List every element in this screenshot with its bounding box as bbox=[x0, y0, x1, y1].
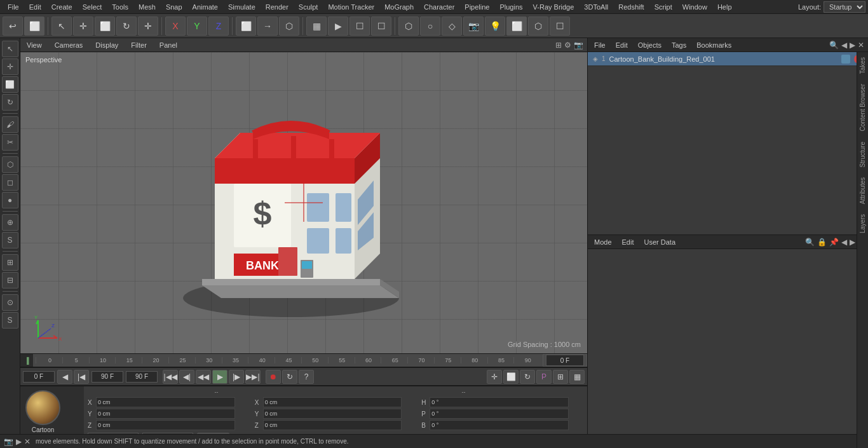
menu-mesh[interactable]: Mesh bbox=[133, 2, 161, 12]
next-frame-button[interactable]: |▶ bbox=[229, 370, 244, 384]
frame-back-btn[interactable]: ◀ bbox=[57, 370, 72, 384]
render-to-picture-viewer-button[interactable]: ☐ bbox=[371, 17, 391, 36]
coord-y-input[interactable] bbox=[96, 409, 235, 419]
timeline-current-frame[interactable] bbox=[543, 354, 587, 367]
move-tool-button[interactable]: ✛ bbox=[73, 17, 93, 36]
attr-menu-userdata[interactable]: User Data bbox=[642, 237, 679, 247]
vtab-structure[interactable]: Structure bbox=[858, 137, 867, 173]
rotate-playback-btn[interactable]: ↻ bbox=[520, 370, 535, 384]
tool-snap[interactable]: ⊕ bbox=[2, 214, 18, 231]
spline-button[interactable]: → bbox=[257, 17, 278, 36]
menu-character[interactable]: Character bbox=[419, 2, 459, 12]
layout-dropdown[interactable]: Startup bbox=[824, 1, 865, 13]
rotate-tool-button[interactable]: ↻ bbox=[116, 17, 137, 36]
prev-frame-button[interactable]: ◀| bbox=[179, 370, 194, 384]
z-axis-button[interactable]: Z bbox=[208, 17, 229, 36]
dope-sheet-btn[interactable]: ▦ bbox=[569, 370, 585, 384]
tool-live-selection[interactable]: ↖ bbox=[2, 41, 18, 57]
attr-forward-icon[interactable]: ▶ bbox=[850, 238, 855, 247]
om-close-icon[interactable]: ✕ bbox=[858, 41, 864, 50]
redo-button[interactable]: ⬜ bbox=[24, 17, 44, 36]
floor-button[interactable]: ⬜ bbox=[506, 17, 527, 36]
menu-file[interactable]: File bbox=[3, 2, 24, 12]
menu-create[interactable]: Create bbox=[46, 2, 78, 12]
tool-magnet[interactable]: S bbox=[2, 232, 18, 248]
play-back-button[interactable]: ◀◀ bbox=[196, 370, 211, 384]
menu-select[interactable]: Select bbox=[78, 2, 107, 12]
status-icon-camera[interactable]: 📷 bbox=[4, 437, 13, 446]
object-row-0[interactable]: ◈ 1 Cartoon_Bank_Building_Red_001 bbox=[588, 52, 868, 66]
object-button[interactable]: ⬜ bbox=[236, 17, 256, 36]
record-button[interactable]: ⏺ bbox=[266, 370, 281, 384]
material-ball[interactable] bbox=[25, 390, 60, 425]
viewport-canvas[interactable]: Perspective bbox=[20, 52, 587, 353]
undo-button[interactable]: ↩ bbox=[3, 17, 23, 36]
coord-x-input[interactable] bbox=[96, 397, 235, 407]
tool-workplane[interactable]: ⊞ bbox=[2, 254, 18, 271]
render-view-button[interactable]: ▶ bbox=[328, 17, 348, 36]
viewport-icon-camera[interactable]: 📷 bbox=[574, 41, 583, 50]
tool-point[interactable]: ● bbox=[2, 192, 18, 208]
viewport-icon-settings[interactable]: ⚙ bbox=[564, 41, 571, 50]
vtab-content-browser[interactable]: Content Browser bbox=[858, 79, 867, 136]
render-region-button[interactable]: ▦ bbox=[306, 17, 327, 36]
tool-rotate[interactable]: ↻ bbox=[2, 94, 18, 111]
tool-extra2[interactable]: S bbox=[2, 312, 18, 329]
scale-playback-btn[interactable]: ⬜ bbox=[503, 370, 519, 384]
keyframe-btn[interactable]: ⊞ bbox=[553, 370, 568, 384]
om-back-icon[interactable]: ◀ bbox=[841, 41, 847, 50]
om-menu-file[interactable]: File bbox=[592, 40, 608, 50]
menu-mograph[interactable]: MoGraph bbox=[379, 2, 419, 12]
attr-pin-icon[interactable]: 📌 bbox=[829, 238, 839, 247]
x-axis-button[interactable]: X bbox=[165, 17, 186, 36]
coord-y-size-input[interactable] bbox=[263, 409, 402, 419]
select-tool-button[interactable]: ↖ bbox=[51, 17, 72, 36]
boole-button[interactable]: ⬡ bbox=[528, 17, 548, 36]
menu-redshift[interactable]: Redshift bbox=[613, 2, 649, 12]
attr-menu-mode[interactable]: Mode bbox=[592, 237, 614, 247]
render-settings-button[interactable]: ☐ bbox=[349, 17, 370, 36]
tool-scale[interactable]: ⬜ bbox=[2, 76, 18, 93]
frame-step-back-btn[interactable]: |◀ bbox=[74, 370, 89, 384]
menu-vray-bridge[interactable]: V-Ray Bridge bbox=[528, 2, 580, 12]
menu-edit[interactable]: Edit bbox=[24, 2, 46, 12]
menu-motion-tracker[interactable]: Motion Tracker bbox=[323, 2, 379, 12]
preview-end-input[interactable] bbox=[126, 371, 158, 383]
status-icon-close[interactable]: ✕ bbox=[24, 437, 31, 446]
cube-button[interactable]: ⬡ bbox=[398, 17, 419, 36]
menu-simulate[interactable]: Simulate bbox=[223, 2, 261, 12]
menu-pipeline[interactable]: Pipeline bbox=[459, 2, 494, 12]
attr-menu-edit[interactable]: Edit bbox=[620, 237, 637, 247]
tool-mirror[interactable]: ⊟ bbox=[2, 272, 18, 288]
jump-end-button[interactable]: ▶▶| bbox=[245, 370, 261, 384]
move-playback-btn[interactable]: ✛ bbox=[487, 370, 502, 384]
coord-z-input[interactable] bbox=[96, 420, 235, 430]
deformer-button[interactable]: ◇ bbox=[442, 17, 462, 36]
jump-start-button[interactable]: |◀◀ bbox=[163, 370, 178, 384]
menu-tools[interactable]: Tools bbox=[107, 2, 133, 12]
camera-button[interactable]: 📷 bbox=[463, 17, 484, 36]
status-icon-play[interactable]: ▶ bbox=[16, 437, 22, 446]
viewport-menu-filter[interactable]: Filter bbox=[128, 40, 149, 50]
viewport-menu-display[interactable]: Display bbox=[93, 40, 121, 50]
transform-tool-button[interactable]: ✛ bbox=[138, 17, 158, 36]
om-menu-edit[interactable]: Edit bbox=[613, 40, 630, 50]
tool-paint[interactable]: 🖌 bbox=[2, 116, 18, 133]
attr-back-icon[interactable]: ◀ bbox=[841, 238, 847, 247]
timeline-ruler[interactable]: ▐ 0 5 10 15 20 25 30 35 40 45 50 55 60 6… bbox=[20, 353, 587, 367]
coord-b-input[interactable] bbox=[430, 420, 569, 430]
start-frame-input[interactable] bbox=[23, 371, 55, 383]
preview-start-input[interactable] bbox=[92, 371, 123, 383]
viewport-menu-view[interactable]: View bbox=[24, 40, 44, 50]
light-button[interactable]: 💡 bbox=[485, 17, 505, 36]
play-button[interactable]: ▶ bbox=[212, 370, 227, 384]
vtab-attributes[interactable]: Attributes bbox=[858, 172, 867, 209]
om-menu-bookmarks[interactable]: Bookmarks bbox=[694, 40, 734, 50]
om-menu-tags[interactable]: Tags bbox=[669, 40, 689, 50]
y-axis-button[interactable]: Y bbox=[187, 17, 207, 36]
menu-plugins[interactable]: Plugins bbox=[494, 2, 527, 12]
viewport-icon-maximize[interactable]: ⊞ bbox=[555, 41, 562, 50]
help-button[interactable]: ? bbox=[299, 370, 314, 384]
menu-3dtoall[interactable]: 3DToAll bbox=[579, 2, 613, 12]
menu-snap[interactable]: Snap bbox=[161, 2, 187, 12]
